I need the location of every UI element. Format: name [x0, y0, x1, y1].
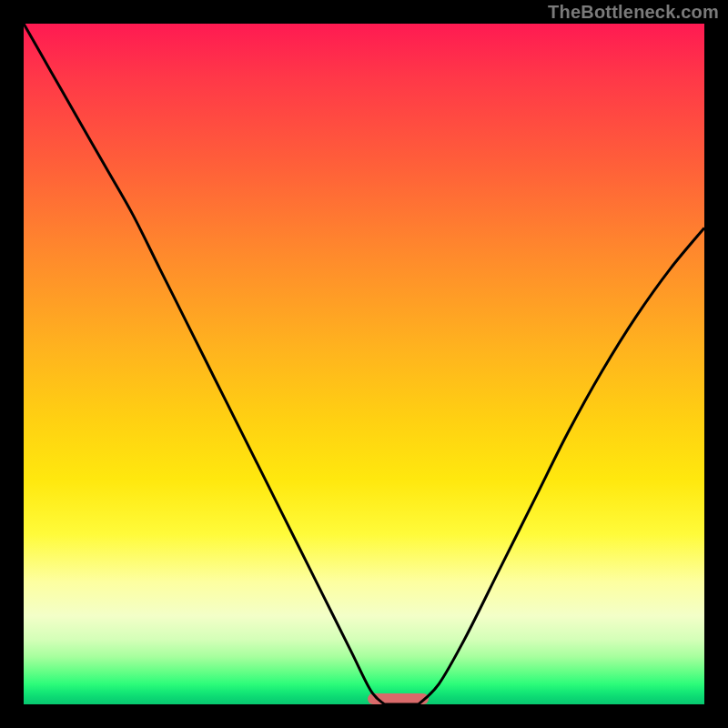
curve-path [24, 24, 704, 704]
bottleneck-curve [24, 24, 704, 704]
watermark-text: TheBottleneck.com [548, 2, 719, 23]
chart-frame: TheBottleneck.com [0, 0, 728, 728]
plot-area [24, 24, 704, 704]
